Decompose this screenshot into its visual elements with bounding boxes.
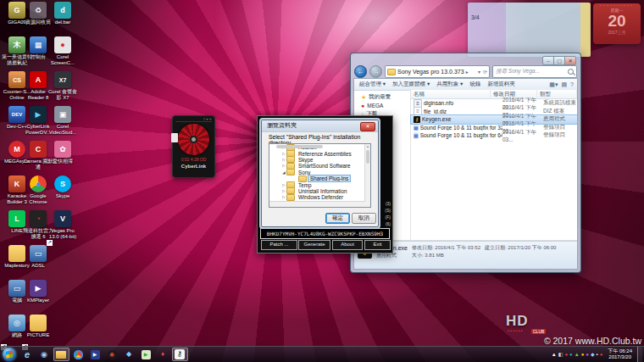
calendar-gadget[interactable]: ·········· 星期一 20 2017三月	[593, 3, 641, 44]
column-header-name[interactable]: 名稱	[411, 90, 491, 98]
minimize-button[interactable]: –	[542, 56, 554, 65]
scroll-up-icon[interactable]: ▴	[367, 144, 369, 148]
player-menu-icons[interactable]: ≡ ▾ ✕	[175, 117, 212, 122]
taskbar-clock[interactable]: 下午 06:24 2017/3/20	[604, 348, 636, 360]
toolbar-item[interactable]: 加入至媒體櫃 ▾	[392, 81, 430, 88]
keygen-button[interactable]: Generate	[298, 240, 330, 250]
tree-vscroll-thumb[interactable]	[366, 150, 369, 164]
file-row[interactable]: ⚷ Keygen.exe 2016/4/1 下午 03... 應用程式	[411, 115, 577, 124]
tree-horizontal-scrollbar[interactable]	[269, 201, 365, 207]
toolbar-item[interactable]: 共用對象 ▾	[436, 81, 463, 88]
breadcrumb-caret-icon[interactable]: ▸	[466, 69, 469, 75]
dialog-close-button[interactable]: ✕	[360, 122, 375, 131]
cyberlink-player-gadget[interactable]: ≡ ▾ ✕ 0:02 4:28 OD CyberLink	[172, 115, 215, 178]
tree-folder-label[interactable]: SmartSound Software	[297, 163, 353, 169]
breadcrumb[interactable]: Sony Vegas pro 13.0.373 ▸ ▾ ⟳	[385, 65, 490, 78]
address-dropdown-icon[interactable]: ▾	[478, 69, 480, 75]
keygen-button[interactable]: Patch ...	[261, 240, 297, 250]
tray-icon[interactable]: ●	[564, 351, 568, 358]
desktop-icon[interactable]: d ↗ del.bar	[47, 2, 78, 36]
tree-row[interactable]: ◢ Sony	[269, 170, 370, 175]
file-row[interactable]: ≡ diginsan.nfo 2016/4/1 下午 03... 系統資訊檔案	[411, 99, 577, 108]
keygen-button[interactable]: Exit	[364, 240, 391, 250]
taskbar-app-button[interactable]: e	[19, 348, 36, 361]
taskbar-app-button[interactable]: ♦	[155, 348, 171, 361]
tree-hscroll-thumb[interactable]	[276, 145, 323, 148]
desktop-icon-label: 愛快相簿	[47, 159, 78, 164]
ok-button[interactable]: 確定	[325, 213, 350, 224]
desktop-icon-image: ●	[54, 36, 71, 53]
tree-folder-label[interactable]: Uninstall Information	[297, 188, 348, 194]
cancel-button[interactable]: 取消	[352, 213, 376, 224]
preview-pane-icon[interactable]: ▤	[561, 81, 567, 88]
tree-row[interactable]: ▷ Uninstall Information	[269, 188, 370, 194]
breadcrumb-path[interactable]: Sony Vegas pro 13.0.373	[397, 69, 464, 75]
toolbar-item[interactable]: 燒錄	[469, 81, 480, 88]
taskbar-app-button[interactable]: ⚷	[172, 348, 188, 361]
taskbar-app-button[interactable]: ▶	[138, 348, 154, 361]
tree-row[interactable]: ▷ Windows Defender	[269, 194, 370, 200]
player-side-tab[interactable]	[171, 133, 178, 142]
tray-icon[interactable]: ●	[586, 351, 589, 358]
refresh-icon[interactable]: ⟳	[483, 69, 487, 75]
tree-row[interactable]: ▷ SmartSound Software	[269, 163, 370, 169]
start-button[interactable]	[3, 348, 16, 361]
desktop-icon[interactable]: V ↗ Vegas Pro 13.0 (64-bit)	[47, 210, 78, 245]
sidebar-item[interactable]: ● MEGA	[354, 102, 410, 109]
tree-folder-label[interactable]: Windows Defender	[297, 194, 345, 200]
close-button[interactable]: ✕	[564, 56, 576, 65]
tray-icon[interactable]: ●	[581, 351, 585, 358]
desktop-icon[interactable]: ▭ ↗ ADSL	[23, 245, 53, 280]
file-row[interactable]: ▦ Sound Forge 10 & 11 bugfix for 64 bit.…	[411, 131, 577, 140]
tray-icon[interactable]: ●	[600, 351, 603, 358]
file-row[interactable]: ≡ file_id.diz 2016/4/1 下午 03... DIZ 檔案	[411, 108, 577, 116]
column-header-type[interactable]: 類型	[537, 90, 577, 98]
help-icon[interactable]: ?	[570, 81, 574, 88]
taskbar-app-button[interactable]: ◉	[36, 348, 53, 361]
sidebar-item[interactable]: ★ 我的最愛	[354, 92, 410, 102]
taskbar-app-button[interactable]: ▶	[87, 348, 103, 361]
notes-gadget[interactable]: 3/4	[468, 3, 591, 57]
desktop-icon[interactable]: ▣ ↗ Corel VideoStud...	[47, 106, 78, 141]
taskbar-app-button[interactable]	[70, 348, 86, 361]
toolbar-item[interactable]: 組合管理 ▾	[359, 81, 386, 88]
tree-row[interactable]: ▷ Temp	[269, 181, 370, 187]
toolbar-item[interactable]: 新增資料夾	[487, 81, 515, 88]
back-button[interactable]: ←	[354, 65, 367, 78]
browse-folder-dialog: 瀏覽資料夾 ✕ Select "Shared Plug-Ins" install…	[261, 120, 379, 227]
tree-folder-label[interactable]: Skype	[297, 157, 315, 163]
desktop-icon[interactable]: ✿ ↗ 愛快相簿	[47, 141, 78, 175]
tree-row[interactable]: ▷ Skype	[269, 157, 370, 163]
tray-icon[interactable]: ●	[569, 351, 573, 358]
tray-icon[interactable]: ▲	[575, 351, 580, 358]
maximize-button[interactable]: ▢	[553, 56, 565, 65]
tree-row[interactable]: Shared Plug-Ins	[269, 175, 370, 181]
desktop-icon[interactable]: S ↗ Skype	[47, 175, 78, 210]
show-desktop-button[interactable]	[637, 347, 642, 362]
taskbar-app-button[interactable]: ◉	[104, 348, 120, 361]
desktop-icon[interactable]: X7 ↗ Corel 會聲會影 X7	[47, 71, 78, 106]
tray-icon[interactable]: ▪	[597, 351, 598, 358]
tree-folder-label[interactable]: Shared Plug-Ins	[308, 175, 350, 181]
taskbar-app-button[interactable]	[53, 348, 69, 361]
clock-time: 下午 06:24	[608, 348, 632, 354]
file-row[interactable]: ▦ Sound Forge 10 & 11 bugfix for 32 bit.…	[411, 124, 577, 132]
tree-folder-label[interactable]: Reference Assemblies	[297, 151, 353, 157]
tray-icon[interactable]: ▲	[552, 351, 557, 358]
search-input[interactable]: 搜尋 Sony Vega...	[492, 65, 577, 78]
desktop-icon[interactable]: ▶ ↗ KMPlayer	[23, 280, 53, 315]
tree-row[interactable]: ▷ Reference Assemblies	[269, 150, 370, 156]
change-view-icon[interactable]: ▦▾	[549, 81, 558, 88]
taskbar-app-button[interactable]: ◆	[121, 348, 137, 361]
keygen-button[interactable]: About	[332, 240, 363, 250]
serial-output[interactable]: BHKD7YMVH-YC7L4U8KG-WZC9K5PKP-EBXNS9H3	[260, 228, 390, 239]
tray-icon[interactable]: ◆	[591, 351, 595, 358]
tray-icon[interactable]: ◧	[558, 351, 564, 358]
taskbar-app-icon	[74, 350, 83, 359]
file-rows: ≡ diginsan.nfo 2016/4/1 下午 03... 系統資訊檔案 …	[411, 99, 577, 140]
logo-halftone-dots: ••••••	[508, 328, 524, 333]
desktop-icon[interactable]: ● ↗ Corel ScreenC...	[47, 36, 78, 71]
tree-folder-label[interactable]: Temp	[297, 182, 313, 188]
tree-folder-label[interactable]: Sony	[297, 170, 312, 175]
forward-button[interactable]: →	[369, 65, 382, 78]
